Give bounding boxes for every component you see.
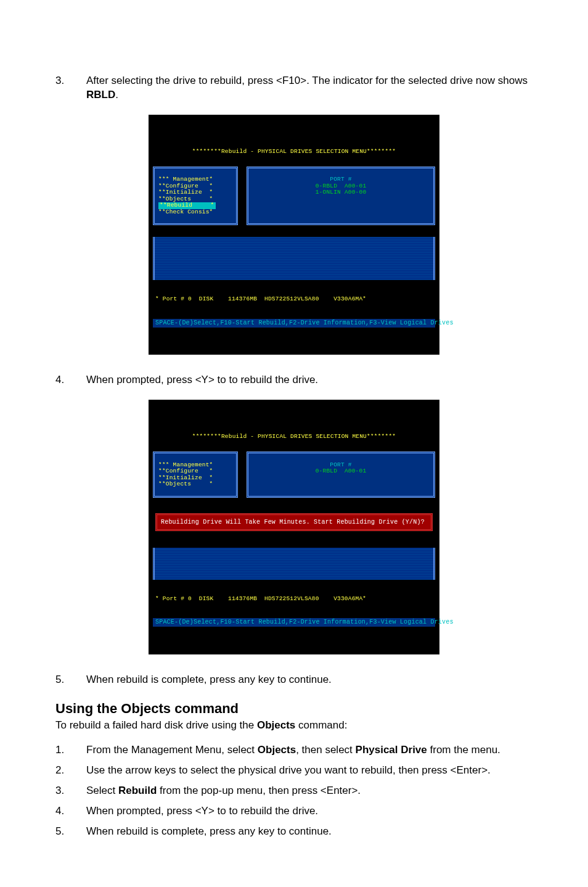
step3-period: .: [115, 89, 118, 101]
dos-screenshot-1: ********Rebuild - PHYSICAL DRIVES SELECT…: [149, 115, 439, 355]
menu-head: *** Management*: [158, 461, 213, 468]
dos-status-line: * Port # 0 DISK 114376MB HDS722512VLSA80…: [153, 595, 435, 604]
dos-body-bg: [153, 237, 435, 280]
s1d: from the menu.: [427, 744, 500, 756]
s3a: Select: [86, 785, 118, 796]
dos-menu: *** Management* **Configure * **Initiali…: [153, 452, 238, 498]
s1b2: Physical Drive: [356, 744, 427, 756]
dos-port-panel: PORT # 0-RBLD A00-01: [247, 452, 435, 498]
menu-head: *** Management*: [158, 176, 213, 183]
step-body: Use the arrow keys to select the physica…: [86, 764, 533, 778]
step-number: 4.: [55, 804, 86, 819]
step-number: 2.: [55, 764, 86, 778]
intro-bold: Objects: [257, 719, 295, 731]
dos-port-panel: PORT # 0-RBLD A00-01 1-ONLIN A00-00: [247, 167, 435, 226]
step-number: 3.: [55, 784, 86, 798]
menu-item: **Configure *: [158, 183, 213, 189]
dos-title: ********Rebuild - PHYSICAL DRIVES SELECT…: [153, 434, 435, 440]
menu-item: **Initialize *: [158, 474, 213, 481]
menu-item: **Initialize *: [158, 189, 213, 196]
intro-before: To rebuild a failed hard disk drive usin…: [55, 719, 257, 731]
step-body: When rebuild is complete, press any key …: [86, 825, 533, 839]
step-number: 1.: [55, 743, 86, 757]
step-body: From the Management Menu, select Objects…: [86, 743, 533, 757]
panel-line: 0-RBLD A00-01: [316, 183, 367, 189]
menu-item: **Objects *: [158, 196, 213, 202]
dos-menu: *** Management* **Configure * **Initiali…: [153, 167, 238, 226]
step-number: 4.: [55, 373, 86, 387]
menu-item: **Check Consis*: [158, 208, 213, 215]
step-body: Select Rebuild from the pop-up menu, the…: [86, 784, 533, 798]
s1a: From the Management Menu, select: [86, 744, 258, 756]
s1c: , then select: [296, 744, 355, 756]
step-number: 3.: [55, 74, 86, 102]
dos-screenshot-2: ********Rebuild - PHYSICAL DRIVES SELECT…: [149, 400, 439, 654]
s1b1: Objects: [258, 744, 296, 756]
step-body: When prompted, press <Y> to to rebuild t…: [86, 373, 533, 387]
dos-body-bg: [153, 548, 435, 580]
panel-head: PORT #: [330, 461, 351, 468]
step3-text: After selecting the drive to rebuild, pr…: [86, 75, 528, 86]
dos-status-line: * Port # 0 DISK 114376MB HDS722512VLSA80…: [153, 295, 435, 304]
menu-item: **Objects *: [158, 481, 213, 487]
menu-item: **Configure *: [158, 468, 213, 474]
dos-footer-line: SPACE-(De)Select,F10-Start Rebuild,F2-Dr…: [153, 319, 435, 328]
dos-title: ********Rebuild - PHYSICAL DRIVES SELECT…: [153, 149, 435, 155]
panel-line: 0-RBLD A00-01: [316, 468, 367, 474]
section-heading: Using the Objects command: [55, 699, 533, 718]
rbld-label: RBLD: [86, 89, 115, 101]
dos-footer-line: SPACE-(De)Select,F10-Start Rebuild,F2-Dr…: [153, 618, 435, 627]
step-body: When prompted, press <Y> to to rebuild t…: [86, 804, 533, 819]
s3c: from the pop-up menu, then press <Enter>…: [157, 785, 361, 796]
step-number: 5.: [55, 825, 86, 839]
step-number: 5.: [55, 673, 86, 687]
panel-line: 1-ONLIN A00-00: [316, 189, 367, 196]
section-intro: To rebuild a failed hard disk drive usin…: [55, 719, 533, 733]
rebuild-prompt-banner: Rebuilding Drive Will Take Few Minutes. …: [155, 513, 433, 531]
panel-head: PORT #: [330, 176, 351, 183]
step-body: When rebuild is complete, press any key …: [86, 673, 533, 687]
intro-after: command:: [295, 719, 347, 731]
s3b: Rebuild: [118, 785, 157, 796]
step-body: After selecting the drive to rebuild, pr…: [86, 74, 533, 102]
